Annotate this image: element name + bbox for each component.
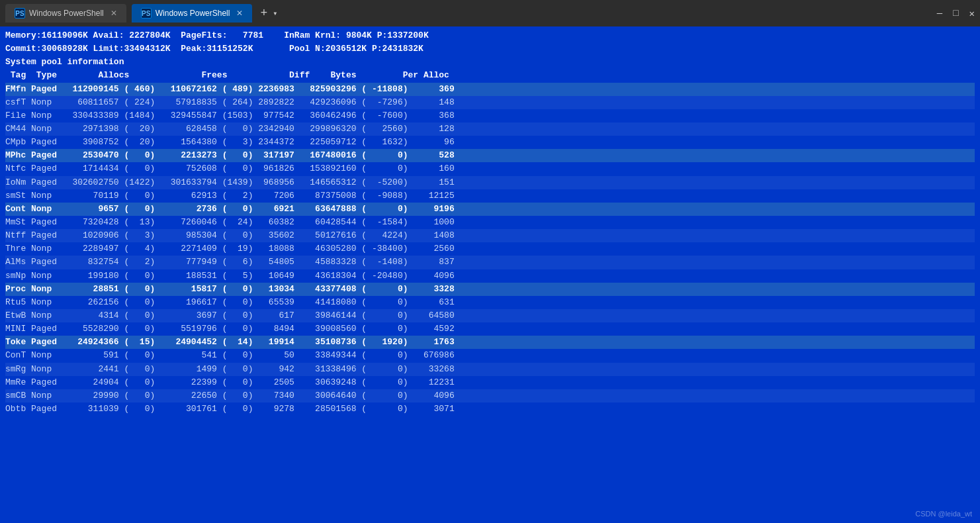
table-row: AlMs Paged 832754 ( 2) 777949 ( 6) 54805… (5, 256, 975, 269)
table-row: Cont Nonp 9657 ( 0) 2736 ( 0) 6921 63647… (5, 203, 975, 216)
table-row: Thre Nonp 2289497 ( 4) 2271409 ( 19) 180… (5, 242, 975, 256)
active-tab-label: Windows PowerShell (156, 9, 230, 18)
table-row: FMfn Paged 112909145 ( 460) 110672162 ( … (5, 83, 975, 96)
title-bar-controls: — □ ✕ (937, 8, 975, 19)
header-line-0: Memory:16119096K Avail: 2227804K PageFlt… (5, 30, 429, 40)
table-row: MINI Paged 5528290 ( 0) 5519796 ( 0) 849… (5, 322, 975, 336)
ps-icon-active: PS (141, 8, 152, 19)
table-row: Ntff Paged 1020906 ( 3) 985304 ( 0) 3560… (5, 229, 975, 242)
tab-inactive-powershell[interactable]: PS Windows PowerShell ✕ (5, 4, 126, 23)
table-row: ConT Nonp 591 ( 0) 541 ( 0) 50 33849344 … (5, 349, 975, 362)
inactive-tab-label: Windows PowerShell (29, 9, 104, 18)
ps-icon-inactive: PS (15, 8, 25, 19)
title-bar: PS Windows PowerShell ✕ PS Windows Power… (0, 0, 980, 26)
header-line-1: Commit:30068928K Limit:33494312K Peak:31… (5, 44, 423, 54)
close-button[interactable]: ✕ (969, 8, 975, 19)
table-row: smSt Nonp 70119 ( 0) 62913 ( 2) 7206 873… (5, 189, 975, 203)
table-row: MPhc Paged 2530470 ( 0) 2213273 ( 0) 317… (5, 149, 975, 162)
tab-active-powershell[interactable]: PS Windows PowerShell ✕ (132, 4, 253, 23)
table-row: Rtu5 Nonp 262156 ( 0) 196617 ( 0) 65539 … (5, 296, 975, 309)
column-header: Tag Type Allocs Frees Diff Bytes Per All… (5, 70, 449, 80)
table-row: MmRe Paged 24904 ( 0) 22399 ( 0) 2505 30… (5, 376, 975, 389)
dropdown-button[interactable]: ▾ (273, 9, 277, 19)
table-row: CMpb Paged 3908752 ( 20) 1564380 ( 3) 23… (5, 136, 975, 149)
active-tab-close[interactable]: ✕ (236, 9, 243, 18)
table-row: Proc Nonp 28851 ( 0) 15817 ( 0) 13034 43… (5, 283, 975, 296)
table-row: EtwB Nonp 4314 ( 0) 3697 ( 0) 617 398461… (5, 309, 975, 322)
table-row: MmSt Paged 7320428 ( 13) 7260046 ( 24) 6… (5, 216, 975, 229)
table-row: IoNm Paged 302602750 (1422) 301633794 (1… (5, 176, 975, 189)
watermark: CSDN @leida_wt (915, 510, 972, 518)
terminal-area[interactable]: Memory:16119096K Avail: 2227804K PageFlt… (0, 26, 980, 523)
table-row: smCB Nonp 29990 ( 0) 22650 ( 0) 7340 300… (5, 389, 975, 403)
inactive-tab-close[interactable]: ✕ (111, 9, 117, 18)
table-row: File Nonp 330433389 (1484) 329455847 (15… (5, 109, 975, 122)
table-row: csfT Nonp 60811657 ( 224) 57918835 ( 264… (5, 96, 975, 109)
maximize-button[interactable]: □ (953, 8, 958, 19)
table-row: smRg Nonp 2441 ( 0) 1499 ( 0) 942 313384… (5, 363, 975, 376)
new-tab-button[interactable]: + (260, 7, 267, 20)
table-row: Obtb Paged 311039 ( 0) 301761 ( 0) 9278 … (5, 403, 975, 416)
table-row: smNp Nonp 199180 ( 0) 188531 ( 5) 10649 … (5, 269, 975, 283)
table-row: Ntfc Paged 1714434 ( 0) 752608 ( 0) 9618… (5, 162, 975, 175)
table-row: CM44 Nonp 2971398 ( 20) 628458 ( 0) 2342… (5, 122, 975, 136)
minimize-button[interactable]: — (937, 8, 942, 19)
header-line-2: System pool information (5, 57, 124, 67)
table-row: Toke Paged 24924366 ( 15) 24904452 ( 14)… (5, 336, 975, 349)
